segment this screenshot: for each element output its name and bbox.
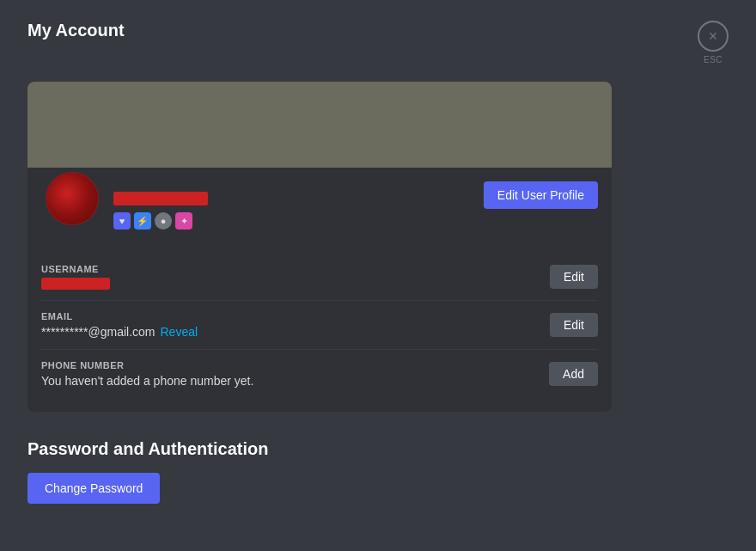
close-button-wrapper: × ESC xyxy=(698,21,729,64)
close-icon: × xyxy=(709,28,718,44)
display-name xyxy=(113,192,208,209)
email-edit-button[interactable]: Edit xyxy=(550,313,598,337)
phone-field: PHONE NUMBER You haven't added a phone n… xyxy=(41,360,253,388)
username-display: ♥ ⚡ ● ✦ xyxy=(113,183,208,230)
badges-row: ♥ ⚡ ● ✦ xyxy=(113,212,208,230)
username-field: USERNAME xyxy=(41,264,110,290)
esc-label: ESC xyxy=(704,55,722,64)
username-label: USERNAME xyxy=(41,264,110,274)
circle-badge: ● xyxy=(155,212,172,230)
profile-left: ♥ ⚡ ● ✦ xyxy=(41,168,208,230)
profile-info-row: ♥ ⚡ ● ✦ Edit User Profile xyxy=(27,168,612,240)
avatar xyxy=(41,168,103,230)
hype-badge: ⚡ xyxy=(134,212,151,230)
page-title: My Account xyxy=(27,21,125,40)
edit-profile-button[interactable]: Edit User Profile xyxy=(484,181,598,209)
phone-label: PHONE NUMBER xyxy=(41,360,253,370)
username-redacted xyxy=(113,192,208,205)
username-section: USERNAME Edit xyxy=(41,254,598,301)
close-button[interactable]: × xyxy=(698,21,729,52)
change-password-button[interactable]: Change Password xyxy=(27,473,160,504)
reveal-email-link[interactable]: Reveal xyxy=(161,325,198,339)
avatar-image xyxy=(46,173,98,224)
email-masked-value: **********@gmail.com xyxy=(41,325,155,339)
username-value xyxy=(41,278,110,290)
phone-value: You haven't added a phone number yet. xyxy=(41,374,253,388)
profile-banner xyxy=(27,82,612,168)
email-field: EMAIL **********@gmail.com Reveal xyxy=(41,311,198,339)
password-section-title: Password and Authentication xyxy=(27,439,729,459)
phone-section: PHONE NUMBER You haven't added a phone n… xyxy=(41,350,598,398)
account-details: USERNAME Edit EMAIL **********@gmail.com… xyxy=(27,240,612,412)
email-value: **********@gmail.com Reveal xyxy=(41,325,198,339)
phone-add-button[interactable]: Add xyxy=(549,362,598,386)
email-section: EMAIL **********@gmail.com Reveal Edit xyxy=(41,301,598,350)
page-header: My Account × ESC xyxy=(27,21,729,64)
username-redacted-value xyxy=(41,278,110,290)
profile-card: ♥ ⚡ ● ✦ Edit User Profile USERNAME xyxy=(27,82,612,412)
boost-badge: ✦ xyxy=(175,212,192,230)
email-label: EMAIL xyxy=(41,311,198,321)
username-edit-button[interactable]: Edit xyxy=(550,265,598,289)
nitro-badge: ♥ xyxy=(113,212,131,230)
password-section: Password and Authentication Change Passw… xyxy=(27,439,729,504)
phone-empty-text: You haven't added a phone number yet. xyxy=(41,374,253,388)
